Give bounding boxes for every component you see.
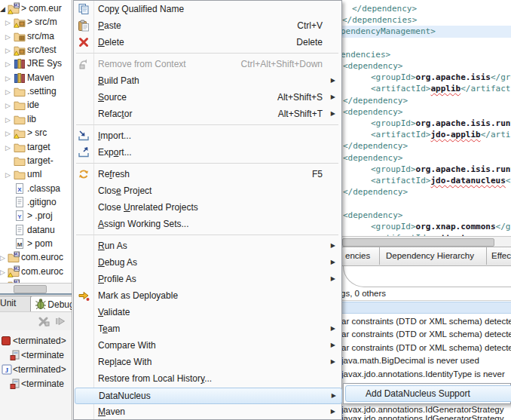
menu-item-copy-qualified-name[interactable]: Copy Qualified Name [75, 1, 341, 17]
explorer-item[interactable]: ▷MJcom.euroc [0, 251, 72, 265]
explorer-item[interactable]: ▷Maven [0, 72, 72, 85]
menu-item-debug-as[interactable]: Debug As▶ [75, 254, 341, 271]
problem-row[interactable]: javax.jdo.annotations.IdentityType is ne… [341, 369, 505, 379]
expand-arrow[interactable]: ▷ [5, 170, 11, 179]
explorer-item-label: > .proj [27, 210, 53, 221]
menu-item-import[interactable]: Import... [75, 127, 341, 144]
tab-effective-pom[interactable]: Effective P [491, 251, 511, 260]
expand-arrow[interactable]: ▷ [5, 32, 11, 41]
expand-arrow[interactable]: ▷ [5, 87, 11, 97]
source-folder-warn-icon [14, 44, 26, 56]
resume-icon[interactable] [54, 315, 66, 327]
menu-shortcut: Ctrl+Alt+Shift+Down [241, 56, 323, 72]
menu-item-refresh[interactable]: RefreshF5 [75, 166, 341, 182]
explorer-item[interactable]: ▷> src [0, 127, 72, 140]
explorer-hscrollbar-thumb[interactable] [14, 285, 47, 293]
menu-item-validate[interactable]: Validate [75, 304, 341, 320]
menu-item-close-unrelated-projects[interactable]: Close Unrelated Projects [75, 199, 341, 216]
menu-item-maven[interactable]: Maven▶ [75, 403, 341, 420]
menu-item-restore-from-local-history[interactable]: Restore from Local History... [75, 370, 341, 387]
menu-separator [76, 235, 338, 235]
menu-item-close-project[interactable]: Close Project [75, 182, 341, 199]
menu-item-source[interactable]: SourceAlt+Shift+S▶ [75, 89, 341, 106]
submenu-arrow-icon: ▶ [331, 238, 335, 254]
explorer-item[interactable]: ▷MJcom.euroc [0, 265, 72, 279]
folder-icon [14, 85, 26, 97]
explorer-item[interactable]: ◢MJ> com.eur [0, 2, 72, 16]
problem-row[interactable]: ar constraints (DTD or XML schema) detec… [341, 330, 511, 339]
problem-row[interactable]: ar constraints (DTD or XML schema) detec… [341, 343, 511, 352]
menu-item-compare-with[interactable]: Compare With▶ [75, 337, 341, 354]
expand-arrow[interactable]: ▷ [5, 46, 11, 55]
explorer-item[interactable]: ▷JRE Sys [0, 57, 72, 71]
tab-debug[interactable]: Debug [30, 296, 72, 313]
explorer-item-label: JRE Sys [27, 58, 62, 69]
menu-item-datanucleus[interactable]: DataNucleus▶ [75, 388, 342, 404]
explorer-item[interactable]: ▷lib [0, 113, 72, 127]
menu-item-mark-as-deployable[interactable]: Mark as Deployable [75, 287, 341, 304]
menu-item-run-as[interactable]: Run As▶ [75, 238, 341, 254]
explorer-hscrollbar[interactable] [0, 283, 72, 294]
tab-dependency-hierarchy[interactable]: Dependency Hierarchy [386, 251, 474, 260]
explorer-item[interactable]: ▷src/test [0, 44, 72, 57]
expand-arrow[interactable]: ▷ [5, 143, 11, 152]
explorer-item[interactable]: M> pom [0, 238, 72, 251]
expand-arrow[interactable]: ▷ [5, 101, 11, 110]
pom-file-icon: M [14, 238, 26, 250]
explorer-item[interactable]: ▷src/ma [0, 30, 72, 44]
problem-row[interactable]: java.math.BigDecimal is never used [341, 356, 479, 365]
debug-item[interactable]: J<terminated> [0, 363, 72, 377]
tab-separator [379, 247, 380, 265]
menu-item-paste[interactable]: PasteCtrl+V [75, 17, 341, 34]
debug-item[interactable]: <terminate [0, 378, 72, 391]
debug-item[interactable]: <terminated> [0, 335, 72, 348]
explorer-item[interactable]: ▷target [0, 141, 72, 155]
menu-item-add-datanucleus-support[interactable]: Add DataNucleus Support [345, 385, 511, 402]
java-launch-icon: J [1, 363, 13, 376]
explorer-item[interactable]: Y> .proj [0, 210, 72, 223]
problem-row[interactable]: javax.jdo.annotations.IdGeneratorStrateg… [341, 405, 503, 414]
debug-panel: Unit Debug <terminated><terminateJ<termi… [0, 293, 72, 420]
menu-item-build-path[interactable]: Build Path▶ [75, 72, 341, 89]
expand-arrow[interactable]: ▷ [5, 115, 11, 124]
explorer-item[interactable]: target- [0, 155, 72, 168]
expand-arrow[interactable]: ▷ [5, 129, 11, 138]
explorer-item[interactable]: X.classpa [0, 182, 72, 196]
menu-item-export[interactable]: Export... [75, 144, 341, 161]
problems-selected-row[interactable] [341, 302, 511, 314]
terminate-all-icon[interactable] [38, 315, 50, 327]
explorer-item[interactable]: ▷> src/m [0, 16, 72, 29]
menu-item-team[interactable]: Team▶ [75, 320, 341, 337]
editor-hscrollbar[interactable] [341, 236, 511, 247]
explorer-item[interactable]: .gitigno [0, 196, 72, 210]
explorer-item[interactable]: datanu [0, 224, 72, 238]
explorer-item[interactable]: ▷ide [0, 99, 72, 112]
problem-row[interactable]: ar constraints (DTD or XML schema) detec… [341, 317, 511, 326]
expand-arrow[interactable]: ▷ [5, 18, 11, 27]
menu-item-refactor[interactable]: RefactorAlt+Shift+T▶ [75, 106, 341, 122]
explorer-item-label: .classpa [27, 183, 60, 194]
explorer-item-label: > com.eur [21, 3, 62, 14]
problems-tab-edge [343, 265, 365, 287]
tab-dependencies[interactable]: encies [345, 251, 370, 260]
menu-item-delete[interactable]: DeleteDelete [75, 34, 341, 51]
menu-item-assign-working-sets[interactable]: Assign Working Sets... [75, 216, 341, 232]
menu-item-profile-as[interactable]: Profile As▶ [75, 271, 341, 287]
expand-arrow[interactable]: ▷ [0, 253, 5, 262]
debug-item[interactable]: <terminate [0, 349, 72, 363]
editor-hscrollbar-thumb[interactable] [342, 238, 494, 247]
panel-sash[interactable] [0, 293, 72, 295]
expand-arrow[interactable]: ◢ [0, 5, 5, 14]
explorer-item[interactable]: ▷.setting [0, 85, 72, 99]
code-line: <dependency> [343, 152, 402, 164]
expand-arrow[interactable]: ▷ [0, 268, 5, 277]
svg-text:MJ: MJ [14, 3, 20, 8]
folder-icon [14, 141, 26, 153]
expand-arrow[interactable]: ▷ [5, 60, 11, 69]
expand-arrow[interactable]: ▷ [5, 74, 11, 83]
explorer-item[interactable]: ▷uml [0, 168, 72, 182]
menu-item-replace-with[interactable]: Replace With▶ [75, 354, 341, 370]
menu-item-label: Close Project [98, 182, 151, 199]
problem-row[interactable]: javax.jdo.annotations.IdGeneratorStrateg… [341, 414, 503, 420]
menu-item-label: Assign Working Sets... [98, 216, 189, 232]
